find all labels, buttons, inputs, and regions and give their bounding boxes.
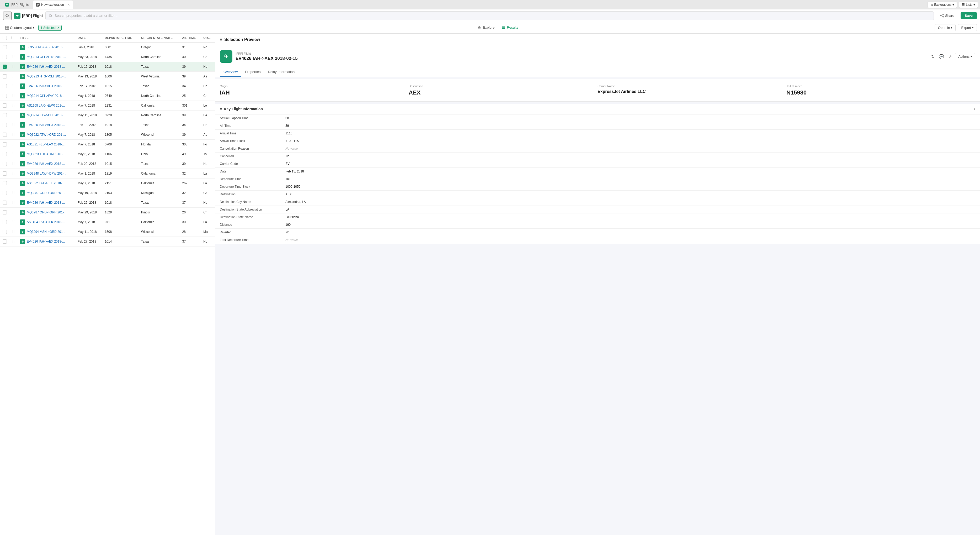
row-title[interactable]: MQ3987 ORD->GRR 201-... — [27, 211, 66, 214]
row-checkbox[interactable] — [3, 104, 7, 108]
actions-dropdown-button[interactable]: Actions ▾ — [955, 53, 975, 60]
row-checkbox[interactable] — [3, 123, 7, 127]
row-checkbox-cell[interactable] — [0, 188, 10, 198]
table-row[interactable]: ⠿ ✈ MQ3923 TOL->ORD 201-... May 3, 2018 … — [0, 149, 215, 159]
table-row[interactable]: ⠿ ✈ EV4026 IAH->AEX 2018-... Feb 20, 201… — [0, 159, 215, 169]
table-row[interactable]: ⠿ ✈ AS1168 LAX->EWR 201-... May 7, 2018 … — [0, 101, 215, 110]
info-icon[interactable]: ℹ — [974, 107, 975, 111]
comment-button[interactable]: 💬 — [938, 53, 945, 60]
row-checkbox-cell[interactable] — [0, 217, 10, 227]
table-row[interactable]: ⠿ ✈ 003557 PDX->SEA 2018-... Jan 4, 2018… — [0, 42, 215, 52]
row-checkbox-cell[interactable] — [0, 52, 10, 62]
row-title[interactable]: MQ3913 HTS->CLT 2018-... — [27, 75, 66, 78]
row-checkbox[interactable] — [3, 94, 7, 98]
row-title[interactable]: MQ3913 CLT->HTS 2018-... — [27, 55, 66, 59]
row-checkbox[interactable] — [3, 45, 7, 50]
row-title[interactable]: AS1168 LAX->EWR 201-... — [27, 104, 65, 107]
table-row[interactable]: ⠿ ✈ EV4026 IAH->AEX 2018-... Feb 22, 201… — [0, 198, 215, 208]
row-checkbox-cell[interactable] — [0, 198, 10, 208]
tab-frp-flights[interactable]: ✈ [FRP] Flights — [2, 0, 32, 9]
row-checkbox[interactable] — [3, 84, 7, 88]
row-title[interactable]: EV4026 IAH->AEX 2018-... — [27, 201, 65, 204]
row-checkbox-cell[interactable] — [0, 81, 10, 91]
overview-tab[interactable]: Overview — [220, 67, 241, 77]
row-title[interactable]: MQ3914 CLT->FAY 2018-... — [27, 94, 65, 97]
row-title[interactable]: MQ3922 ATW->ORD 201-... — [27, 133, 66, 136]
row-title[interactable]: MQ3987 GRR->ORD 201-... — [27, 191, 66, 195]
select-all-checkbox[interactable] — [3, 36, 7, 40]
table-row[interactable]: ⠿ ✈ MQ3914 CLT->FAY 2018-... May 1, 2018… — [0, 91, 215, 101]
row-title[interactable]: AS1321 FLL->LAX 2018-... — [27, 142, 65, 146]
table-row[interactable]: ⠿ ✈ MQ3913 HTS->CLT 2018-... May 13, 201… — [0, 72, 215, 81]
row-checkbox[interactable] — [3, 201, 7, 205]
row-checkbox-cell[interactable] — [0, 91, 10, 101]
row-checkbox[interactable] — [3, 191, 7, 195]
row-checkbox-cell[interactable] — [0, 237, 10, 246]
table-row[interactable]: ⠿ ✈ MQ3948 LAW->DFW 201-... May 1, 2018 … — [0, 169, 215, 179]
row-checkbox-cell[interactable] — [0, 149, 10, 159]
row-checkbox-cell[interactable] — [0, 101, 10, 110]
row-checkbox[interactable] — [3, 220, 7, 224]
table-row[interactable]: ⠿ ✈ MQ3913 CLT->HTS 2018-... May 23, 201… — [0, 52, 215, 62]
row-checkbox-cell[interactable] — [0, 140, 10, 149]
row-checkbox[interactable] — [3, 142, 7, 147]
row-checkbox-cell[interactable] — [0, 169, 10, 179]
row-checkbox-cell[interactable] — [0, 120, 10, 130]
properties-tab[interactable]: Properties — [241, 67, 264, 77]
table-row[interactable]: ⠿ ✈ AS1321 FLL->LAX 2018-... May 7, 2018… — [0, 140, 215, 149]
table-row[interactable]: ⠿ ✈ MQ3914 FAY->CLT 2018-... May 11, 201… — [0, 110, 215, 120]
refresh-button[interactable]: ↻ — [930, 53, 935, 60]
row-checkbox[interactable]: ✓ — [3, 65, 7, 69]
results-tab[interactable]: Results — [499, 24, 521, 31]
row-checkbox[interactable] — [3, 133, 7, 137]
row-checkbox-cell[interactable]: ✓ — [0, 62, 10, 72]
search-icon-button[interactable] — [3, 11, 11, 20]
row-title[interactable]: MQ3948 LAW->DFW 201-... — [27, 172, 66, 176]
export-button[interactable]: Export ▾ — [958, 24, 977, 31]
row-checkbox-cell[interactable] — [0, 130, 10, 140]
row-checkbox[interactable] — [3, 240, 7, 244]
row-title[interactable]: EV4026 IAH->AEX 2018-... — [27, 65, 65, 69]
delay-info-tab[interactable]: Delay Information — [264, 67, 298, 77]
table-row[interactable]: ⠿ ✈ EV4026 IAH->AEX 2018-... Feb 17, 201… — [0, 81, 215, 91]
row-checkbox[interactable] — [3, 230, 7, 234]
search-bar[interactable]: Search properties to add a chart or filt… — [45, 11, 934, 20]
row-checkbox-cell[interactable] — [0, 42, 10, 52]
custom-layout-button[interactable]: Custom layout ▾ — [3, 25, 36, 31]
row-checkbox[interactable] — [3, 113, 7, 117]
row-title[interactable]: EV4026 IAH->AEX 2018-... — [27, 84, 65, 88]
row-title[interactable]: AS1322 LAX->FLL 2018-... — [27, 181, 65, 185]
row-title[interactable]: EV4026 IAH->AEX 2018-... — [27, 123, 65, 127]
save-button[interactable]: Save — [961, 12, 977, 19]
row-title[interactable]: EV4026 IAH->AEX 2018-... — [27, 240, 65, 243]
select-all-checkbox-cell[interactable] — [0, 34, 10, 42]
table-row[interactable]: ⠿ ✈ EV4026 IAH->AEX 2018-... Feb 27, 201… — [0, 237, 215, 246]
lists-button[interactable]: ☰ Lists ▾ — [959, 2, 978, 8]
row-title[interactable]: 003557 PDX->SEA 2018-... — [27, 45, 65, 49]
row-checkbox[interactable] — [3, 162, 7, 166]
table-row[interactable]: ⠿ ✈ AS1322 LAX->FLL 2018-... May 7, 2018… — [0, 179, 215, 188]
table-row[interactable]: ✓ ⠿ ✈ EV4026 IAH->AEX 2018-... Feb 15, 2… — [0, 62, 215, 72]
table-row[interactable]: ⠿ ✈ EV4026 IAH->AEX 2018-... Feb 18, 201… — [0, 120, 215, 130]
row-title[interactable]: EV4026 IAH->AEX 2018-... — [27, 162, 65, 166]
clear-selection-button[interactable]: × — [57, 26, 59, 30]
row-title[interactable]: MQ3994 MSN->ORD 201-... — [27, 230, 66, 234]
row-checkbox[interactable] — [3, 171, 7, 176]
table-row[interactable]: ⠿ ✈ MQ3922 ATW->ORD 201-... May 7, 2018 … — [0, 130, 215, 140]
row-title[interactable]: AS1404 LAX->JFK 2018-... — [27, 220, 65, 224]
open-in-button[interactable]: Open in ▾ — [935, 24, 956, 31]
row-checkbox-cell[interactable] — [0, 110, 10, 120]
row-checkbox-cell[interactable] — [0, 179, 10, 188]
table-row[interactable]: ⠿ ✈ MQ3987 ORD->GRR 201-... May 29, 2018… — [0, 208, 215, 217]
row-checkbox-cell[interactable] — [0, 159, 10, 169]
share-button[interactable]: Share — [937, 12, 958, 19]
row-checkbox[interactable] — [3, 210, 7, 214]
tab-new-exploration[interactable]: ⊕ New exploration × — [33, 0, 73, 9]
table-row[interactable]: ⠿ ✈ MQ3994 MSN->ORD 201-... May 11, 2018… — [0, 227, 215, 237]
explorations-button[interactable]: ⊞ Explorations ▾ — [928, 2, 957, 8]
row-checkbox[interactable] — [3, 152, 7, 156]
row-checkbox[interactable] — [3, 181, 7, 185]
row-title[interactable]: MQ3923 TOL->ORD 201-... — [27, 152, 65, 156]
row-checkbox-cell[interactable] — [0, 227, 10, 237]
row-checkbox-cell[interactable] — [0, 72, 10, 81]
